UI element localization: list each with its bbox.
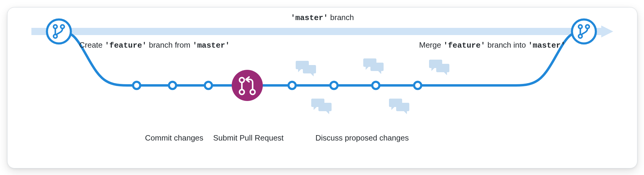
commit-dot: [204, 81, 213, 90]
create-feature-literal: 'feature': [105, 41, 146, 50]
feature-branch-path: [7, 7, 637, 168]
commit-dot: [371, 81, 381, 90]
commit-dot: [329, 81, 339, 90]
svg-point-7: [372, 82, 379, 89]
merge-middle: branch into: [485, 40, 528, 49]
branch-end-icon: [571, 18, 597, 45]
commit-dot: [413, 81, 422, 90]
create-branch-label: Create 'feature' branch from 'master': [79, 40, 230, 50]
svg-point-8: [414, 82, 421, 89]
create-middle: branch from: [147, 40, 193, 49]
commit-dot: [168, 81, 177, 90]
commit-dot: [287, 81, 297, 90]
svg-point-6: [330, 82, 338, 89]
merge-master-literal: 'master': [528, 41, 565, 50]
create-master-literal: 'master': [193, 41, 230, 50]
discussion-icon: [311, 97, 333, 115]
svg-point-3: [169, 82, 176, 89]
svg-point-19: [572, 19, 596, 43]
discussion-icon: [363, 57, 385, 75]
svg-point-14: [47, 19, 71, 43]
commit-changes-label: Commit changes: [145, 133, 203, 143]
merge-feature-literal: 'feature': [443, 41, 485, 50]
create-prefix: Create: [79, 40, 105, 49]
merge-branch-label: Merge 'feature' branch into 'master': [419, 40, 565, 50]
submit-pr-label: Submit Pull Request: [213, 133, 284, 143]
discuss-changes-label: Discuss proposed changes: [315, 133, 409, 143]
svg-point-5: [289, 82, 296, 89]
svg-point-4: [205, 82, 212, 89]
svg-point-9: [232, 70, 263, 101]
merge-prefix: Merge: [419, 40, 443, 49]
diagram-card: 'master' branch: [7, 7, 637, 168]
svg-point-2: [133, 82, 140, 89]
commit-dot: [132, 81, 141, 90]
discussion-icon: [429, 58, 451, 76]
discussion-icon: [389, 97, 410, 115]
discussion-icon: [296, 60, 317, 77]
branch-start-icon: [46, 18, 72, 45]
pull-request-node: [231, 69, 264, 102]
